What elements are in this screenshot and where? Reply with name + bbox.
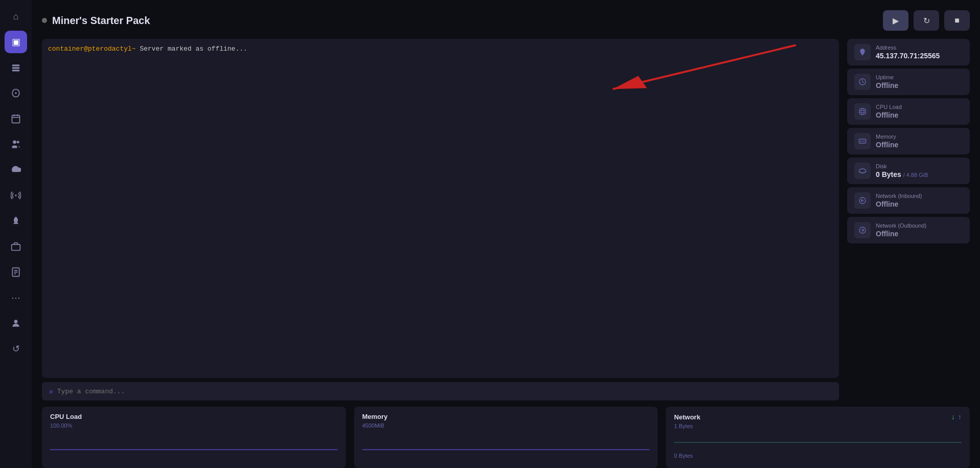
cpu-icon — [854, 103, 871, 120]
sidebar-item-refresh[interactable]: ↺ — [5, 338, 27, 360]
disk-icon — [854, 163, 871, 179]
svg-point-3 — [15, 92, 16, 94]
chart-cpu-title: CPU Load — [50, 413, 82, 420]
stat-card-cpu: CPU Load Offline — [847, 98, 970, 125]
chart-network-top: 1 Bytes — [674, 423, 962, 429]
stat-card-disk: Disk 0 Bytes / 4.88 GiB — [847, 158, 970, 184]
svg-rect-1 — [12, 67, 20, 69]
svg-rect-12 — [12, 244, 20, 251]
disk-value: 0 Bytes / 4.88 GiB — [876, 170, 963, 179]
network-out-icon — [854, 222, 871, 238]
cpu-value: Offline — [876, 111, 963, 119]
sidebar-item-users[interactable] — [5, 133, 27, 155]
chart-network-area — [674, 432, 962, 453]
chart-memory: Memory 4500MiB 2250MiB — [354, 407, 658, 468]
sidebar-item-rocket[interactable] — [5, 210, 27, 232]
server-status-dot — [42, 18, 47, 23]
sidebar-item-package[interactable] — [5, 235, 27, 258]
stats-panel: Address 45.137.70.71:25565 Uptime Offlin… — [847, 39, 970, 400]
disk-label: Disk — [876, 163, 963, 169]
network-outbound-icon: ↑ — [958, 413, 962, 421]
server-title: Miner's Starter Pack — [52, 15, 150, 27]
content-area: container@pterodactyl~ Server marked as … — [42, 39, 970, 400]
address-label: Address — [876, 44, 963, 51]
header-buttons: ▶ ↻ ■ — [883, 10, 970, 31]
stat-card-memory: Memory Offline — [847, 128, 970, 154]
network-inbound-icon: ↓ — [951, 413, 955, 421]
chart-network-mid: 0 Bytes — [674, 453, 962, 459]
svg-point-10 — [15, 194, 16, 196]
sidebar-item-database[interactable] — [5, 56, 27, 79]
terminal-box: container@pterodactyl~ Server marked as … — [42, 39, 839, 378]
sidebar-item-cloud[interactable] — [5, 159, 27, 181]
sidebar-item-notes[interactable] — [5, 261, 27, 283]
terminal-input[interactable] — [57, 388, 832, 395]
network-in-label: Network (Inbound) — [876, 193, 963, 199]
main-content: Miner's Starter Pack ▶ ↻ ■ container@pte… — [32, 0, 980, 468]
chart-network-icons: ↓ ↑ — [951, 413, 962, 421]
address-icon — [854, 44, 871, 60]
stat-card-network-in: Network (Inbound) Offline — [847, 187, 970, 214]
refresh-button[interactable]: ↻ — [914, 10, 939, 31]
chart-memory-header: Memory — [362, 413, 650, 420]
stat-card-network-out: Network (Outbound) Offline — [847, 217, 970, 243]
terminal-section: container@pterodactyl~ Server marked as … — [42, 39, 839, 400]
sidebar-item-server[interactable]: ▣ — [5, 31, 27, 53]
svg-point-11 — [15, 219, 16, 220]
chart-network-header: Network ↓ ↑ — [674, 413, 962, 421]
memory-info: Memory Offline — [876, 133, 963, 149]
charts-section: CPU Load 100.00% 50.00% Memory 4500MiB 2… — [42, 407, 970, 468]
chart-network-title: Network — [674, 413, 700, 421]
memory-label: Memory — [876, 133, 963, 140]
uptime-info: Uptime Offline — [876, 74, 963, 90]
chart-cpu: CPU Load 100.00% 50.00% — [42, 407, 346, 468]
terminal-line: container@pterodactyl~ Server marked as … — [48, 45, 833, 53]
uptime-label: Uptime — [876, 74, 963, 80]
svg-point-17 — [14, 320, 18, 323]
chart-network: Network ↓ ↑ 1 Bytes 0 Bytes — [666, 407, 970, 468]
terminal-chevron-icon: » — [49, 387, 53, 395]
sidebar-item-storage[interactable] — [5, 82, 27, 104]
cpu-info: CPU Load Offline — [876, 104, 963, 119]
svg-point-8 — [13, 141, 16, 144]
chart-memory-title: Memory — [362, 413, 388, 420]
sidebar-item-more[interactable]: ⋯ — [5, 286, 27, 309]
sidebar-item-home[interactable]: ⌂ — [5, 5, 27, 28]
chart-cpu-area — [50, 432, 338, 468]
memory-value: Offline — [876, 141, 963, 149]
server-title-container: Miner's Starter Pack — [42, 15, 150, 27]
svg-rect-22 — [860, 109, 866, 115]
network-out-value: Offline — [876, 230, 963, 238]
stat-card-uptime: Uptime Offline — [847, 69, 970, 95]
svg-rect-4 — [12, 115, 20, 123]
terminal-message: Server marked as offline... — [136, 45, 247, 53]
network-out-info: Network (Outbound) Offline — [876, 222, 963, 238]
address-info: Address 45.137.70.71:25565 — [876, 44, 963, 60]
header: Miner's Starter Pack ▶ ↻ ■ — [42, 10, 970, 31]
sidebar-item-profile[interactable] — [5, 312, 27, 335]
stop-button[interactable]: ■ — [944, 10, 970, 31]
cpu-label: CPU Load — [876, 104, 963, 110]
stat-card-address: Address 45.137.70.71:25565 — [847, 39, 970, 65]
network-in-value: Offline — [876, 200, 963, 208]
svg-rect-2 — [12, 70, 20, 71]
network-in-icon — [854, 192, 871, 209]
network-out-label: Network (Outbound) — [876, 222, 963, 229]
svg-rect-23 — [861, 110, 864, 113]
sidebar: ⌂ ▣ ⋯ ↺ — [0, 0, 32, 468]
sidebar-item-calendar[interactable] — [5, 107, 27, 130]
play-button[interactable]: ▶ — [883, 10, 908, 31]
terminal-input-bar: » — [42, 382, 839, 400]
disk-info: Disk 0 Bytes / 4.88 GiB — [876, 163, 963, 179]
terminal-prompt: container@pterodactyl~ — [48, 45, 136, 53]
svg-point-9 — [17, 141, 19, 143]
chart-memory-area — [362, 432, 650, 468]
address-value: 45.137.70.71:25565 — [876, 52, 963, 60]
red-arrow — [42, 39, 839, 378]
chart-cpu-header: CPU Load — [50, 413, 338, 420]
network-in-info: Network (Inbound) Offline — [876, 193, 963, 208]
sidebar-item-signal[interactable] — [5, 184, 27, 207]
uptime-value: Offline — [876, 81, 963, 90]
uptime-icon — [854, 74, 871, 90]
memory-icon — [854, 133, 871, 149]
